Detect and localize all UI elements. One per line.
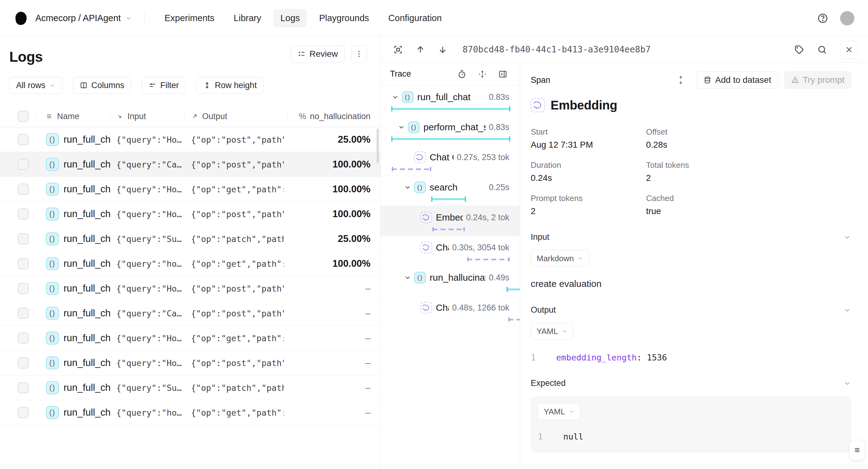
span-duration: 0.30s, 3054 tok xyxy=(449,243,509,253)
trace-tree-item[interactable]: Chat C…0.27s, 253 tok xyxy=(381,146,520,176)
rows-filter-dropdown[interactable]: All rows xyxy=(9,77,62,94)
cell-name: ()run_full_chat xyxy=(46,227,111,251)
row-checkbox[interactable] xyxy=(18,233,29,244)
table-row[interactable]: ()run_full_chat{"query":"Ca…{"op":"post"… xyxy=(0,152,380,177)
row-checkbox[interactable] xyxy=(18,134,29,145)
column-header-score[interactable]: % no_hallucination xyxy=(299,106,370,127)
trace-id-bar: 870bcd48-fb40-44c1-b413-a3e9104ee8b7 xyxy=(381,37,868,63)
try-prompt-label: Try prompt xyxy=(803,75,844,85)
table-row[interactable]: ()run_full_chat{"query":"Ho…{"op":"post"… xyxy=(0,351,380,375)
tab-logs[interactable]: Logs xyxy=(273,9,307,27)
row-checkbox[interactable] xyxy=(18,382,29,393)
trace-tree-item[interactable]: Chat …0.30s, 3054 tok xyxy=(381,236,520,266)
chevron-down-icon xyxy=(569,409,575,414)
row-checkbox[interactable] xyxy=(18,184,29,195)
trace-tree-item[interactable]: ()run_full_chat0.83s xyxy=(381,86,520,116)
arrow-down-right-icon xyxy=(116,113,124,120)
trace-id: 870bcd48-fb40-44c1-b413-a3e9104ee8b7 xyxy=(463,45,651,55)
column-header-output[interactable]: Output xyxy=(191,106,227,127)
chevron-down-icon[interactable] xyxy=(404,183,412,192)
table-scrollbar[interactable] xyxy=(377,128,379,163)
cell-name: ()run_full_chat xyxy=(46,202,111,227)
table-row[interactable]: ()run_full_chat{"query":"Ho…{"op":"post"… xyxy=(0,127,380,152)
row-height-button[interactable]: Row height xyxy=(196,77,264,94)
tag-icon[interactable] xyxy=(794,45,804,55)
columns-button[interactable]: Columns xyxy=(73,77,131,94)
chevron-down-icon[interactable] xyxy=(843,379,851,387)
close-button[interactable] xyxy=(840,41,858,59)
help-icon[interactable] xyxy=(817,13,828,24)
chevron-down-icon[interactable] xyxy=(397,123,405,131)
detail-start: StartAug 12 7:31 PM xyxy=(531,127,646,150)
timer-icon[interactable] xyxy=(457,69,467,79)
trace-tree-item[interactable]: Embed…0.24s, 2 tok xyxy=(381,206,520,236)
more-menu-button[interactable] xyxy=(351,45,367,63)
tab-library[interactable]: Library xyxy=(227,9,268,27)
row-checkbox[interactable] xyxy=(18,357,29,369)
cell-output: {"op":"post","path"… xyxy=(191,351,284,375)
nav-divider xyxy=(145,11,145,25)
table-row[interactable]: ()run_full_chat{"query":"Ho…{"op":"get",… xyxy=(0,177,380,202)
table-row[interactable]: ()run_full_chat{"query":"Su…{"op":"patch… xyxy=(0,227,380,251)
outline-menu-button[interactable] xyxy=(849,440,865,460)
chevron-down-icon[interactable] xyxy=(391,93,399,101)
tab-experiments[interactable]: Experiments xyxy=(158,9,221,27)
add-to-dataset-button[interactable]: Add to dataset xyxy=(696,71,778,89)
cell-input: {"query":"Su… xyxy=(116,375,182,400)
function-span-icon: () xyxy=(414,181,426,193)
tab-playgrounds[interactable]: Playgrounds xyxy=(312,9,376,27)
expected-format-dropdown[interactable]: YAML xyxy=(538,403,580,420)
panel-collapse-icon[interactable] xyxy=(498,69,507,79)
trace-tree-item[interactable]: ()search0.25s xyxy=(381,176,520,206)
function-span-icon: () xyxy=(414,272,426,284)
next-trace-icon[interactable] xyxy=(438,45,447,55)
cell-name: ()run_full_chat xyxy=(46,400,111,425)
span-name: Embed… xyxy=(436,212,463,223)
chevron-down-icon[interactable] xyxy=(404,273,412,282)
app-logo[interactable] xyxy=(15,11,27,25)
collapse-all-icon[interactable] xyxy=(478,69,487,79)
chevron-down-icon[interactable] xyxy=(843,306,851,314)
table-row[interactable]: ()run_full_chat{"query":"ho…{"op":"get",… xyxy=(0,400,380,425)
project-switcher[interactable]: Acmecorp / APIAgent xyxy=(35,13,132,23)
review-button[interactable]: Review xyxy=(291,45,345,63)
avatar[interactable] xyxy=(840,11,855,25)
try-prompt-button[interactable]: Try prompt xyxy=(784,71,851,89)
row-checkbox[interactable] xyxy=(18,283,29,294)
row-checkbox[interactable] xyxy=(18,258,29,269)
columns-icon xyxy=(80,81,88,89)
cell-score: – xyxy=(365,351,370,375)
prev-trace-icon[interactable] xyxy=(415,45,425,55)
focus-span-icon[interactable] xyxy=(393,45,403,55)
table-row[interactable]: ()run_full_chat{"query":"Su…{"op":"patch… xyxy=(0,375,380,400)
row-checkbox[interactable] xyxy=(18,159,29,170)
trace-tree-item[interactable]: ()perform_chat_st…0.83s xyxy=(381,116,520,146)
row-checkbox[interactable] xyxy=(18,407,29,418)
filter-button[interactable]: Filter xyxy=(142,77,186,94)
table-row[interactable]: ()run_full_chat{"query":"Ho…{"op":"post"… xyxy=(0,202,380,227)
trace-tree-item[interactable]: Cha…0.48s, 1266 tok xyxy=(381,296,520,326)
span-name: run_full_chat xyxy=(417,92,471,102)
row-checkbox[interactable] xyxy=(18,332,29,344)
chevron-spacer xyxy=(410,243,418,252)
table-row[interactable]: ()run_full_chat{"query":"Ca…{"op":"post"… xyxy=(0,301,380,326)
trace-tree-item[interactable]: ()run_hallucinati…0.49s xyxy=(381,266,520,296)
table-row[interactable]: ()run_full_chat{"query":"Ho…{"op":"get",… xyxy=(0,326,380,351)
table-row[interactable]: ()run_full_chat{"query":"ho…{"op":"get",… xyxy=(0,251,380,276)
cell-score: 100.00% xyxy=(333,251,370,276)
column-header-input[interactable]: Input xyxy=(116,106,146,127)
column-header-name[interactable]: Name xyxy=(46,106,80,127)
tab-configuration[interactable]: Configuration xyxy=(382,9,449,27)
cell-input: {"query":"Ho… xyxy=(116,326,182,351)
table-row[interactable]: ()run_full_chat{"query":"Ho…{"op":"post"… xyxy=(0,276,380,301)
chevron-down-icon[interactable] xyxy=(843,233,851,241)
output-format-dropdown[interactable]: YAML xyxy=(531,323,573,340)
resize-vertical-icon[interactable] xyxy=(676,76,685,85)
row-checkbox[interactable] xyxy=(18,308,29,319)
search-icon[interactable] xyxy=(817,45,827,55)
timeline-bar xyxy=(392,166,431,172)
select-all-checkbox[interactable] xyxy=(18,111,29,122)
row-checkbox[interactable] xyxy=(18,208,29,219)
chevron-down-icon xyxy=(125,15,132,22)
input-format-dropdown[interactable]: Markdown xyxy=(531,250,589,267)
